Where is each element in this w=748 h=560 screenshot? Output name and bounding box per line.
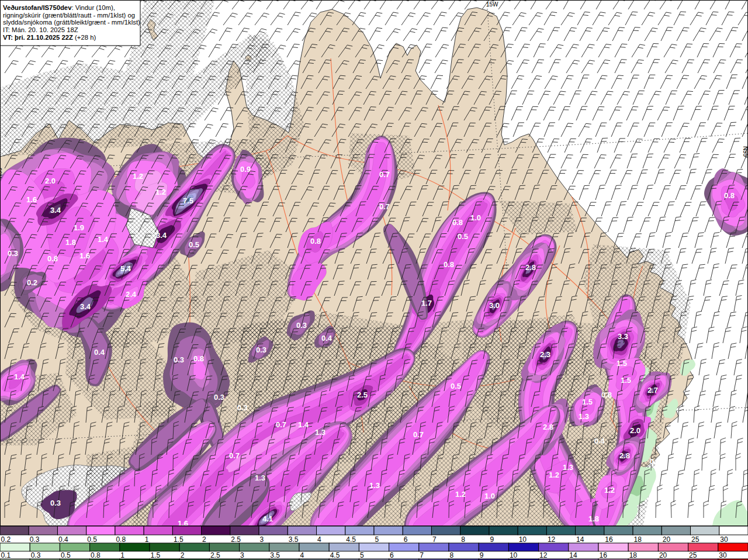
svg-text:20: 20 bbox=[663, 535, 671, 544]
svg-text:0.2: 0.2 bbox=[1, 535, 11, 544]
svg-text:0.8: 0.8 bbox=[116, 535, 126, 544]
svg-text:7.5: 7.5 bbox=[183, 196, 193, 205]
svg-text:3: 3 bbox=[240, 551, 244, 559]
svg-text:1.4: 1.4 bbox=[98, 235, 109, 244]
svg-text:5: 5 bbox=[375, 535, 379, 544]
svg-text:6: 6 bbox=[404, 535, 408, 544]
svg-text:0.8: 0.8 bbox=[91, 551, 101, 559]
svg-text:2.3: 2.3 bbox=[540, 350, 550, 359]
svg-text:slydda/snjókoma (grátt/bleikt/: slydda/snjókoma (grátt/bleikt/grænt - mm… bbox=[3, 19, 140, 26]
svg-text:30: 30 bbox=[719, 551, 727, 559]
svg-text:4.1: 4.1 bbox=[262, 514, 273, 523]
svg-text:2.0: 2.0 bbox=[45, 177, 56, 185]
svg-text:0.4: 0.4 bbox=[594, 437, 605, 445]
svg-text:10: 10 bbox=[519, 535, 527, 544]
svg-text:2.7: 2.7 bbox=[647, 386, 658, 395]
svg-text:0.3: 0.3 bbox=[50, 499, 61, 507]
svg-text:1.4: 1.4 bbox=[298, 420, 309, 429]
svg-text:1.7: 1.7 bbox=[421, 299, 432, 307]
svg-text:1.5: 1.5 bbox=[174, 535, 183, 544]
svg-text:1.3: 1.3 bbox=[255, 473, 265, 482]
svg-text:6: 6 bbox=[390, 551, 394, 559]
svg-text:2.8: 2.8 bbox=[543, 423, 553, 431]
svg-text:1.3: 1.3 bbox=[315, 428, 325, 437]
svg-text:1.8: 1.8 bbox=[65, 238, 76, 247]
svg-text:0.8: 0.8 bbox=[193, 354, 204, 363]
svg-text:0.3: 0.3 bbox=[214, 393, 224, 402]
svg-text:1.2: 1.2 bbox=[155, 188, 166, 196]
svg-text:15W: 15W bbox=[486, 1, 498, 8]
svg-text:9: 9 bbox=[490, 535, 494, 544]
svg-text:8: 8 bbox=[461, 535, 465, 544]
svg-text:2: 2 bbox=[181, 551, 185, 559]
svg-text:25: 25 bbox=[689, 551, 697, 559]
svg-text:Veðurstofan/IS750dev: Vindur (: Veðurstofan/IS750dev: Vindur (10m), bbox=[3, 4, 115, 11]
svg-text:1: 1 bbox=[120, 551, 124, 559]
svg-text:0.1: 0.1 bbox=[1, 551, 11, 559]
svg-text:1.6: 1.6 bbox=[26, 195, 37, 204]
svg-text:1.5: 1.5 bbox=[621, 376, 631, 385]
svg-text:7: 7 bbox=[432, 535, 437, 544]
svg-text:1.3: 1.3 bbox=[369, 481, 380, 490]
svg-text:1.9: 1.9 bbox=[74, 223, 84, 232]
svg-text:4: 4 bbox=[300, 551, 304, 559]
svg-text:0.3: 0.3 bbox=[237, 403, 248, 412]
svg-text:2.0: 2.0 bbox=[630, 426, 640, 435]
svg-text:30: 30 bbox=[720, 535, 728, 544]
svg-text:2.4: 2.4 bbox=[126, 290, 137, 299]
svg-text:7: 7 bbox=[420, 551, 424, 559]
svg-text:12: 12 bbox=[539, 551, 548, 559]
svg-text:2.5: 2.5 bbox=[357, 390, 368, 399]
svg-text:0.8: 0.8 bbox=[444, 260, 454, 269]
svg-text:4.5: 4.5 bbox=[330, 551, 340, 559]
svg-text:0.8: 0.8 bbox=[47, 254, 58, 263]
svg-text:0.9: 0.9 bbox=[240, 165, 251, 174]
svg-text:rigning/skúrir (grænt/blátt/ra: rigning/skúrir (grænt/blátt/rautt - mm/1… bbox=[3, 12, 135, 19]
svg-text:0.8: 0.8 bbox=[310, 237, 321, 246]
svg-text:0.7: 0.7 bbox=[276, 420, 286, 429]
svg-text:0.5: 0.5 bbox=[189, 240, 199, 249]
svg-text:3.0: 3.0 bbox=[489, 301, 500, 310]
svg-text:3.4: 3.4 bbox=[156, 231, 167, 240]
svg-text:0.8: 0.8 bbox=[452, 218, 463, 227]
svg-text:3.3: 3.3 bbox=[618, 332, 628, 341]
svg-text:0.3: 0.3 bbox=[296, 321, 307, 330]
svg-text:14: 14 bbox=[569, 551, 577, 559]
svg-text:0.2: 0.2 bbox=[27, 278, 37, 287]
svg-text:4: 4 bbox=[317, 535, 321, 544]
svg-text:0.4: 0.4 bbox=[321, 334, 333, 343]
svg-text:3.4: 3.4 bbox=[50, 206, 61, 215]
svg-text:1.0: 1.0 bbox=[484, 492, 495, 500]
svg-text:0.5: 0.5 bbox=[61, 551, 71, 559]
svg-text:1.5: 1.5 bbox=[582, 397, 593, 406]
svg-text:16: 16 bbox=[605, 535, 613, 544]
svg-text:0.7: 0.7 bbox=[379, 202, 390, 211]
svg-text:1.6: 1.6 bbox=[79, 251, 90, 260]
svg-text:2: 2 bbox=[202, 535, 206, 544]
svg-text:N99: N99 bbox=[742, 146, 748, 157]
svg-text:12: 12 bbox=[548, 535, 556, 544]
svg-text:1.2: 1.2 bbox=[133, 172, 143, 181]
svg-text:3.4: 3.4 bbox=[80, 302, 91, 311]
svg-text:2.8: 2.8 bbox=[619, 451, 630, 460]
svg-text:1.4: 1.4 bbox=[14, 372, 25, 381]
svg-text:0.3: 0.3 bbox=[31, 551, 41, 559]
svg-text:14: 14 bbox=[576, 535, 584, 544]
svg-text:0.8: 0.8 bbox=[601, 390, 612, 399]
svg-text:2.5: 2.5 bbox=[210, 551, 220, 559]
svg-text:3.5: 3.5 bbox=[289, 535, 299, 544]
svg-text:25: 25 bbox=[691, 535, 699, 544]
svg-text:8: 8 bbox=[450, 551, 454, 559]
svg-text:0.5: 0.5 bbox=[87, 535, 97, 544]
svg-text:2.8: 2.8 bbox=[525, 263, 536, 272]
svg-text:0.3: 0.3 bbox=[650, 457, 660, 466]
svg-text:0.5: 0.5 bbox=[451, 382, 461, 390]
svg-text:0.3: 0.3 bbox=[256, 345, 266, 354]
svg-text:1: 1 bbox=[145, 535, 149, 544]
svg-text:18: 18 bbox=[629, 551, 638, 559]
svg-text:1.2: 1.2 bbox=[549, 471, 559, 479]
svg-text:0.7: 0.7 bbox=[229, 451, 240, 460]
svg-text:0.5: 0.5 bbox=[458, 232, 468, 241]
svg-text:0.4: 0.4 bbox=[94, 348, 105, 357]
svg-text:0.8: 0.8 bbox=[724, 191, 735, 200]
